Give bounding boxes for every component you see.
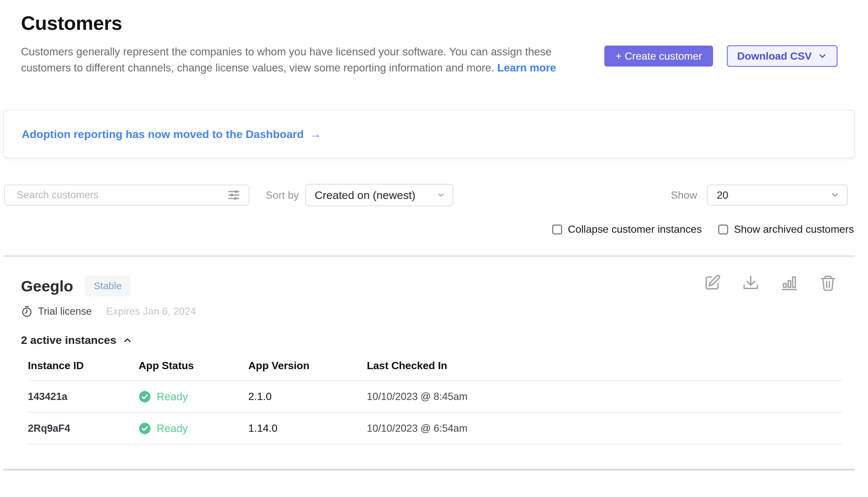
sort-by-label: Sort by <box>266 189 299 201</box>
customer-reporting-icon[interactable] <box>781 274 798 292</box>
collapse-instances-checkbox[interactable]: Collapse customer instances <box>552 223 702 236</box>
channel-badge: Stable <box>85 275 130 296</box>
arrow-right-icon: → <box>310 127 321 141</box>
show-archived-checkbox-input[interactable] <box>718 225 728 235</box>
collapse-instances-label: Collapse customer instances <box>568 223 702 236</box>
filter-sliders-icon[interactable] <box>226 187 241 203</box>
timer-icon <box>21 306 33 317</box>
page-description-text: Customers generally represent the compan… <box>21 45 551 74</box>
banner-text: Adoption reporting has now moved to the … <box>21 128 304 141</box>
customer-card: Geeglo Stable <box>0 257 868 444</box>
chevron-down-icon <box>830 190 840 200</box>
cell-app-status: Ready <box>138 390 248 403</box>
instances-table: Instance ID App Status App Version Last … <box>28 356 842 444</box>
status-label: Ready <box>157 390 188 403</box>
cell-instance-id: 2Rq9aF4 <box>28 423 138 435</box>
table-header-row: Instance ID App Status App Version Last … <box>28 356 842 381</box>
header-actions: + Create customer Download CSV <box>604 45 838 67</box>
license-expiration: Expires Jan 6, 2024 <box>106 306 196 317</box>
cell-app-version: 2.1.0 <box>248 390 367 402</box>
edit-customer-icon[interactable] <box>703 274 721 292</box>
header-app-status: App Status <box>138 360 248 372</box>
show-archived-label: Show archived customers <box>734 223 854 236</box>
license-type: Trial license <box>38 306 92 317</box>
cell-last-checked-in: 10/10/2023 @ 6:54am <box>367 423 842 435</box>
license-row: Trial license Expires Jan 6, 2024 <box>21 306 837 317</box>
customer-actions <box>703 274 837 292</box>
customer-name[interactable]: Geeglo <box>21 277 73 295</box>
check-circle-icon <box>138 390 151 403</box>
chevron-down-icon <box>818 51 827 61</box>
table-row: 143421a Ready 2.1.0 10/10/2023 @ 8:45am <box>28 381 842 413</box>
header-instance-id: Instance ID <box>28 360 138 372</box>
show-label: Show <box>671 189 697 201</box>
adoption-reporting-banner: Adoption reporting has now moved to the … <box>3 110 855 158</box>
chevron-down-icon <box>436 190 445 200</box>
status-label: Ready <box>157 422 188 435</box>
learn-more-link[interactable]: Learn more <box>497 62 556 74</box>
cell-app-status: Ready <box>138 422 248 435</box>
collapse-instances-checkbox-input[interactable] <box>552 225 562 235</box>
header-app-version: App Version <box>248 360 367 372</box>
page-description: Customers generally represent the compan… <box>21 44 571 76</box>
page-title: Customers <box>21 12 837 34</box>
page-header: Customers Customers generally represent … <box>0 0 868 76</box>
filter-bar: Sort by Created on (newest) Show 20 <box>4 184 848 206</box>
table-row: 2Rq9aF4 Ready 1.14.0 10/10/2023 @ 6:54am <box>28 413 842 444</box>
download-csv-button[interactable]: Download CSV <box>727 45 838 67</box>
adoption-reporting-link[interactable]: Adoption reporting has now moved to the … <box>21 127 321 141</box>
instances-summary: 2 active instances <box>21 334 116 346</box>
show-selected-value: 20 <box>717 189 729 201</box>
chevron-up-icon <box>122 335 133 345</box>
bottom-divider <box>3 469 855 470</box>
check-circle-icon <box>138 422 151 435</box>
delete-customer-icon[interactable] <box>819 274 837 292</box>
header-last-checked-in: Last Checked In <box>367 360 842 372</box>
search-input[interactable] <box>5 185 249 205</box>
show-archived-checkbox[interactable]: Show archived customers <box>718 223 854 236</box>
checkbox-row: Collapse customer instances Show archive… <box>0 223 854 236</box>
cell-app-version: 1.14.0 <box>248 422 367 435</box>
download-csv-label: Download CSV <box>737 50 812 62</box>
sort-selected-value: Created on (newest) <box>314 189 415 202</box>
cell-instance-id: 143421a <box>28 391 138 402</box>
search-box <box>4 185 249 205</box>
show-count-select[interactable]: 20 <box>707 185 848 205</box>
download-license-icon[interactable] <box>742 274 760 292</box>
cell-last-checked-in: 10/10/2023 @ 8:45am <box>367 391 842 402</box>
create-customer-button[interactable]: + Create customer <box>604 45 713 67</box>
instances-toggle[interactable]: 2 active instances <box>21 334 133 346</box>
sort-select[interactable]: Created on (newest) <box>305 184 453 206</box>
